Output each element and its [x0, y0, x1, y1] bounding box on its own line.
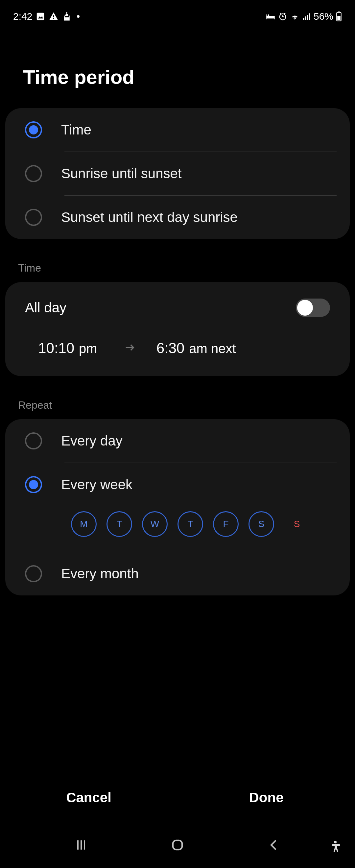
- time-range: 10:10 pm 6:30 am next: [5, 323, 350, 376]
- mode-label: Sunrise until sunset: [61, 166, 182, 182]
- nav-bar: [0, 822, 355, 868]
- nav-home[interactable]: [170, 837, 185, 853]
- wifi-icon: [290, 12, 300, 20]
- repeat-label: Every month: [61, 566, 139, 582]
- mode-option-sunset-sunrise[interactable]: Sunset until next day sunrise: [5, 196, 350, 239]
- mode-label: Time: [61, 122, 91, 138]
- cancel-button[interactable]: Cancel: [0, 790, 178, 806]
- repeat-label: Every week: [61, 477, 132, 493]
- svg-point-8: [267, 14, 269, 16]
- repeat-option-every-week[interactable]: Every week: [5, 463, 350, 506]
- radio-icon: [25, 165, 42, 182]
- nav-back[interactable]: [266, 837, 282, 853]
- radio-icon: [25, 476, 42, 493]
- svg-point-4: [66, 12, 68, 13]
- mode-option-sunrise-sunset[interactable]: Sunrise until sunset: [5, 152, 350, 195]
- mosque-icon: [62, 11, 72, 21]
- repeat-option-every-month[interactable]: Every month: [5, 552, 350, 595]
- radio-icon: [25, 565, 42, 582]
- repeat-card: Every day Every week M T W T F S S Every…: [5, 419, 350, 595]
- svg-rect-17: [309, 13, 310, 20]
- signal-icon: [302, 12, 311, 20]
- toggle-thumb: [297, 300, 313, 316]
- more-dot-icon: [77, 15, 79, 18]
- status-right: 56%: [266, 11, 342, 22]
- repeat-section-label: Repeat: [0, 389, 355, 419]
- radio-icon: [25, 121, 42, 138]
- day-wednesday[interactable]: W: [142, 511, 168, 537]
- all-day-row: All day: [5, 282, 350, 323]
- days-row: M T W T F S S: [5, 506, 350, 552]
- battery-percent: 56%: [314, 11, 333, 22]
- accessibility-icon[interactable]: [328, 840, 343, 856]
- end-time[interactable]: 6:30 am next: [157, 340, 236, 356]
- mode-label: Sunset until next day sunrise: [61, 210, 238, 225]
- radio-icon: [25, 209, 42, 226]
- svg-rect-14: [303, 18, 304, 20]
- day-sunday[interactable]: S: [284, 511, 310, 537]
- done-button[interactable]: Done: [178, 790, 355, 806]
- svg-rect-25: [173, 840, 182, 849]
- bed-icon: [266, 12, 276, 20]
- status-left: 2:42: [13, 11, 79, 22]
- radio-icon: [25, 432, 42, 450]
- svg-rect-5: [266, 16, 275, 19]
- svg-rect-6: [266, 14, 267, 20]
- all-day-label: All day: [25, 300, 66, 316]
- svg-rect-16: [307, 15, 308, 20]
- bottom-buttons: Cancel Done: [0, 790, 355, 806]
- mode-option-time[interactable]: Time: [5, 108, 350, 152]
- repeat-label: Every day: [61, 433, 123, 449]
- svg-rect-0: [37, 13, 44, 20]
- svg-point-26: [334, 841, 336, 843]
- status-bar: 2:42 56%: [0, 0, 355, 30]
- end-time-suffix: am next: [189, 341, 236, 356]
- day-thursday[interactable]: T: [178, 511, 203, 537]
- status-time: 2:42: [13, 11, 32, 22]
- end-time-value: 6:30: [157, 340, 185, 356]
- svg-rect-3: [53, 18, 54, 19]
- svg-rect-2: [53, 15, 54, 17]
- day-saturday[interactable]: S: [249, 511, 274, 537]
- time-section-label: Time: [0, 252, 355, 282]
- page-title: Time period: [0, 30, 355, 108]
- image-icon: [35, 11, 45, 21]
- alarm-icon: [278, 12, 287, 21]
- svg-rect-19: [337, 16, 341, 20]
- mode-card: Time Sunrise until sunset Sunset until n…: [5, 108, 350, 239]
- repeat-option-every-day[interactable]: Every day: [5, 419, 350, 463]
- svg-rect-20: [338, 11, 340, 12]
- start-time[interactable]: 10:10 pm: [38, 340, 97, 356]
- start-time-suffix: pm: [79, 341, 97, 356]
- svg-rect-15: [305, 17, 306, 20]
- start-time-value: 10:10: [38, 340, 74, 356]
- svg-line-13: [284, 13, 286, 14]
- time-card: All day 10:10 pm 6:30 am next: [5, 282, 350, 376]
- svg-rect-7: [274, 16, 275, 20]
- day-monday[interactable]: M: [71, 511, 97, 537]
- day-tuesday[interactable]: T: [106, 511, 132, 537]
- arrow-right-icon: [124, 341, 137, 355]
- battery-icon: [336, 11, 342, 21]
- svg-line-12: [280, 13, 281, 14]
- all-day-toggle[interactable]: [296, 299, 330, 317]
- nav-recents[interactable]: [73, 837, 89, 853]
- warning-icon: [49, 11, 59, 21]
- day-friday[interactable]: F: [213, 511, 239, 537]
